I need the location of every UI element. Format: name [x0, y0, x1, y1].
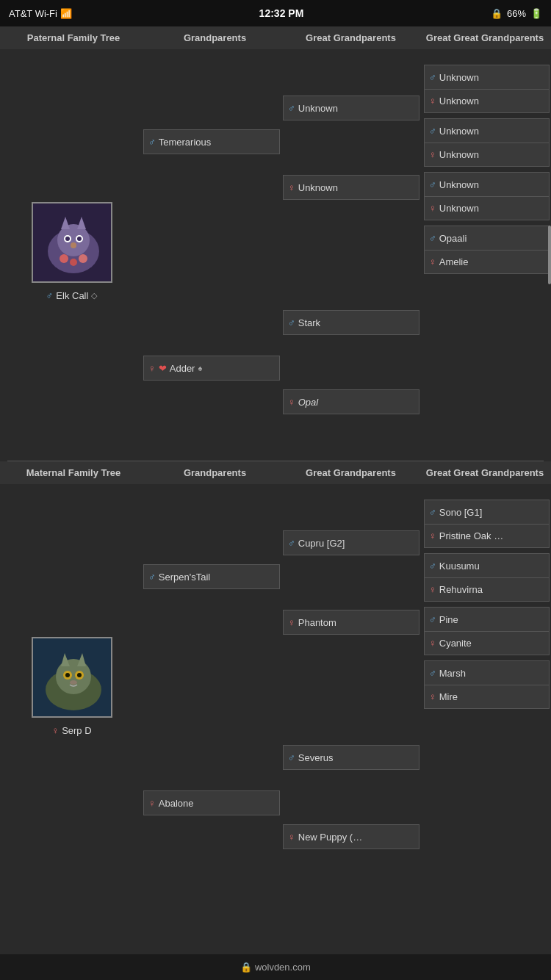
mgggp-mire[interactable]: ♀ Mire — [425, 685, 549, 708]
gggp-unknown-male-1[interactable]: ♂ Unknown — [425, 65, 549, 89]
serpenstail-name: Serpen'sTail — [159, 572, 210, 583]
serp-d-avatar[interactable] — [32, 637, 112, 718]
footer: 🔒 wolvden.com — [0, 954, 551, 980]
maternal-gggp-col: ♂ Sono [G1] ♀ Pristine Oak … ♂ Kuusumu ♀… — [422, 491, 551, 888]
mgggp-marsh[interactable]: ♂ Marsh — [425, 661, 549, 685]
ggp-unknown-female-1[interactable]: ♀ Unknown — [283, 175, 419, 200]
gggp-amelie[interactable]: ♀ Amelie — [425, 250, 549, 273]
gggp-unknown-female-1[interactable]: ♀ Unknown — [425, 89, 549, 112]
kuusumu-gender: ♂ — [429, 561, 436, 572]
adder-heart: ❤ — [159, 363, 167, 374]
main-content: Paternal Family Tree Grandparents Great … — [0, 26, 551, 925]
maternal-col2-header: Grandparents — [147, 467, 283, 478]
gggp-pair-4: ♂ Opaali ♀ Amelie — [424, 226, 550, 274]
paternal-col1-header: Paternal Family Tree — [0, 32, 147, 43]
ggp-cupru[interactable]: ♂ Cupru [G2] — [283, 530, 419, 555]
serp-d-gender: ♀ — [51, 725, 59, 736]
ggp-phantom[interactable]: ♀ Phantom — [283, 610, 419, 635]
gggp-unknown-female-3[interactable]: ♀ Unknown — [425, 196, 549, 220]
mgggp-pristine-oak[interactable]: ♀ Pristine Oak … — [425, 524, 549, 547]
opal-gender: ♀ — [288, 397, 295, 408]
gp-abalone[interactable]: ♀ Abalone — [143, 790, 280, 815]
opal-name: Opal — [298, 397, 318, 408]
mgggp-pine[interactable]: ♂ Pine — [425, 608, 549, 631]
elk-call-marker: ◇ — [91, 291, 97, 300]
serp-d-label[interactable]: ♀ Serp D — [47, 718, 96, 743]
svg-point-20 — [65, 673, 70, 677]
elk-call-name: Elk Call — [56, 290, 88, 301]
gp-temerarious[interactable]: ♂ Temerarious — [143, 129, 280, 154]
maternal-gp-col: ♂ Serpen'sTail ♀ Abalone — [143, 491, 283, 888]
new-puppy-gender: ♀ — [288, 832, 295, 843]
battery-text: 66% — [507, 8, 526, 19]
gggp-um1-gender: ♂ — [429, 72, 436, 83]
svg-point-8 — [77, 237, 82, 241]
gggp-opaali[interactable]: ♂ Opaali — [425, 226, 549, 250]
battery-icon: 🔋 — [530, 8, 542, 19]
cupru-gender: ♂ — [288, 538, 295, 549]
gggp-pair-1: ♂ Unknown ♀ Unknown — [424, 65, 550, 113]
maternal-header: Maternal Family Tree Grandparents Great … — [0, 461, 551, 484]
gp-serpenstail[interactable]: ♂ Serpen'sTail — [143, 564, 280, 589]
paternal-col4-header: Great Great Grandparents — [419, 32, 551, 43]
mgggp-pair-4: ♂ Marsh ♀ Mire — [424, 660, 550, 709]
paternal-ggp-col: ♂ Unknown ♀ Unknown ♂ Stark ♀ Opal — [283, 57, 422, 453]
stark-name: Stark — [298, 317, 320, 328]
footer-lock-icon: 🔒 — [240, 962, 252, 973]
cupru-name: Cupru [G2] — [298, 538, 345, 549]
svg-point-15 — [56, 659, 91, 694]
mgggp-sono[interactable]: ♂ Sono [G1] — [425, 500, 549, 524]
serp-d-name: Serp D — [62, 725, 91, 736]
adder-gender: ♀ — [148, 363, 156, 374]
ggp-um1-gender: ♂ — [288, 103, 295, 114]
rehuvirna-gender: ♀ — [429, 584, 436, 595]
gggp-pair-2: ♂ Unknown ♀ Unknown — [424, 118, 550, 167]
footer-url: wolvden.com — [255, 962, 311, 973]
ggp-unknown-male-1[interactable]: ♂ Unknown — [283, 96, 419, 120]
serpenstail-gender: ♂ — [148, 572, 156, 583]
gggp-pair-3: ♂ Unknown ♀ Unknown — [424, 172, 550, 220]
gggp-uf2-name: Unknown — [439, 149, 479, 160]
mire-gender: ♀ — [429, 691, 436, 702]
ggp-opal[interactable]: ♀ Opal — [283, 389, 419, 414]
severus-gender: ♂ — [288, 752, 295, 763]
gggp-uf1-name: Unknown — [439, 96, 479, 107]
pine-gender: ♂ — [429, 614, 436, 625]
paternal-col2-header: Grandparents — [147, 32, 283, 43]
gggp-unknown-male-2[interactable]: ♂ Unknown — [425, 119, 549, 143]
status-bar: AT&T Wi-Fi 📶 12:32 PM 🔒 66% 🔋 — [0, 0, 551, 26]
mgggp-rehuvirna[interactable]: ♀ Rehuvirna — [425, 577, 549, 601]
scrollbar[interactable] — [548, 226, 551, 284]
gggp-um1-name: Unknown — [439, 72, 479, 83]
gggp-unknown-female-2[interactable]: ♀ Unknown — [425, 143, 549, 166]
stark-gender: ♂ — [288, 317, 295, 328]
ggp-um1-name: Unknown — [298, 103, 338, 114]
pine-name: Pine — [439, 614, 458, 625]
ggp-severus[interactable]: ♂ Severus — [283, 745, 419, 770]
gggp-um3-gender: ♂ — [429, 179, 436, 190]
gp-adder[interactable]: ♀ ❤ Adder ♠ — [143, 356, 280, 381]
ggp-uf1-name: Unknown — [298, 182, 338, 193]
temerarious-gender: ♂ — [148, 137, 156, 148]
mgggp-kuusumu[interactable]: ♂ Kuusumu — [425, 554, 549, 577]
gggp-uf3-gender: ♀ — [429, 203, 436, 214]
svg-point-9 — [71, 242, 76, 248]
temerarious-name: Temerarious — [159, 137, 212, 148]
gggp-amelie-gender: ♀ — [429, 256, 436, 267]
elk-call-label[interactable]: ♂ Elk Call ◇ — [42, 283, 102, 308]
sono-gender: ♂ — [429, 507, 436, 518]
status-left: AT&T Wi-Fi 📶 — [9, 8, 72, 19]
mgggp-pair-2: ♂ Kuusumu ♀ Rehuvirna — [424, 553, 550, 602]
ggp-new-puppy[interactable]: ♀ New Puppy (… — [283, 824, 419, 849]
ggp-stark[interactable]: ♂ Stark — [283, 310, 419, 335]
maternal-col4-header: Great Great Grandparents — [419, 467, 551, 478]
svg-point-7 — [65, 237, 70, 241]
paternal-gp-col: ♂ Temerarious ♀ ❤ Adder ♠ — [143, 57, 283, 453]
svg-point-12 — [79, 254, 87, 263]
mgggp-cyanite[interactable]: ♀ Cyanite — [425, 631, 549, 655]
gggp-unknown-male-3[interactable]: ♂ Unknown — [425, 173, 549, 196]
elk-call-avatar[interactable] — [32, 202, 112, 283]
abalone-gender: ♀ — [148, 798, 156, 809]
abalone-name: Abalone — [159, 798, 194, 809]
gggp-opaali-name: Opaali — [439, 233, 467, 244]
